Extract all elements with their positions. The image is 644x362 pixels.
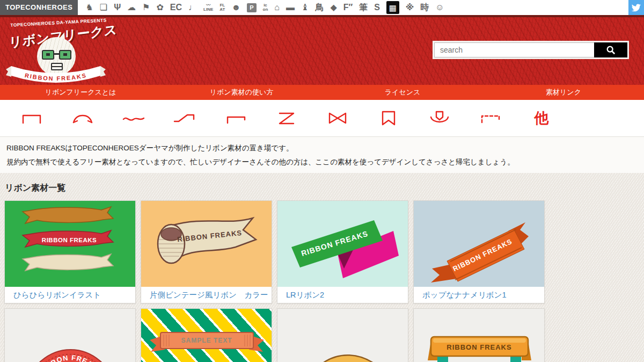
flat-icon[interactable]: FLAT (219, 3, 225, 12)
curve-badge-ribbon-icon[interactable] (427, 107, 452, 129)
card-thumbnail[interactable]: RIBBON FREAKS (414, 309, 544, 362)
card-thumbnail[interactable]: RIBBON FREAKS (277, 201, 408, 287)
top-sites-bar: TOPECONHEROES ♞❏Ψ☁⚑✿EC♩〰LINEFLAT☻Picon⌂▬… (0, 0, 644, 15)
intro-section: RIBBON FREAKSはTOPECONHEROESダーヤマが制作したリボン素… (0, 137, 644, 173)
card-thumbnail[interactable]: RIBBON FREAKS (5, 309, 135, 362)
corner-ribbon-icon[interactable] (223, 107, 248, 129)
ribbon-card: RIBBON FREAKS (4, 308, 136, 362)
ribbon-card: RIBBON FREAKS (413, 308, 545, 362)
copy-frames-icon[interactable]: ❏ (100, 3, 107, 12)
ribbon-sample-text: RIBBON FREAKS (447, 343, 511, 351)
intro-line-2: 規約内で無料で使えるフリー素材となっていますので、忙しいデザイナーさんその他の方… (6, 155, 638, 169)
ec-icon[interactable]: EC (170, 3, 182, 12)
search-box (433, 41, 629, 59)
smiley-icon[interactable]: ☻ (231, 3, 240, 12)
nav-item-2[interactable]: ライセンス (322, 85, 483, 100)
ribbon-card: RIBBON FREAKS LRリボン2 (277, 200, 408, 303)
time-kanji-icon[interactable]: 時 (420, 3, 429, 12)
card-title-link[interactable]: LRリボン2 (277, 287, 408, 303)
card-title-link[interactable]: ひらひらリボンイラスト (5, 287, 135, 303)
ribbon-card: SAMPLE TEXT (141, 308, 272, 362)
card-thumbnail[interactable]: SAMPLE TEXT (141, 309, 272, 362)
topbar-icons: ♞❏Ψ☁⚑✿EC♩〰LINEFLAT☻Picon⌂▬♝鳥◆F″筆S▦※時☺ (85, 1, 628, 14)
card-thumbnail[interactable]: RIBBON FREAKS (414, 201, 544, 287)
card-title-link[interactable]: ポップなナナメリボン1 (414, 287, 544, 303)
card-thumbnail[interactable]: RIBBON FREAKS (5, 201, 135, 287)
wave-ribbon-icon[interactable] (121, 107, 146, 129)
ribbon-card-grid: RIBBON FREAKS ひらひらリボンイラスト (4, 200, 550, 362)
icon-site-icon[interactable]: icon (263, 3, 268, 12)
s-icon[interactable]: S (374, 3, 380, 12)
ribbon-list-section: リボン素材一覧 RIBBON FREAKS (0, 173, 644, 362)
ribbon-sample-text: SAMPLE TEXT (181, 337, 232, 344)
brush-kanji-icon[interactable]: 筆 (359, 3, 368, 12)
bird-kanji-icon[interactable]: 鳥 (315, 3, 324, 12)
bowtie-ribbon-icon[interactable] (325, 107, 350, 129)
buildings-icon[interactable]: ⌂ (274, 3, 280, 12)
ribbon-list-heading: リボン素材一覧 (0, 173, 644, 200)
arch-ribbon-icon[interactable] (70, 107, 95, 129)
card-title-link[interactable]: 片側ビンテージ風リボン カラー (141, 287, 272, 303)
sofa-icon[interactable]: ▬ (286, 3, 295, 12)
search-input[interactable] (434, 42, 594, 57)
flag-icon[interactable]: ⚑ (142, 3, 150, 12)
intro-line-1: RIBBON FREAKSはTOPECONHEROESダーヤマが制作したリボン素… (6, 141, 638, 155)
topecon-heroes-badge[interactable]: TOPECONHEROES (0, 0, 78, 15)
ribbon-sample-text: RIBBON FREAKS (42, 237, 97, 243)
search-icon (606, 45, 616, 55)
music-note-icon[interactable]: ♩ (188, 3, 197, 12)
page: TOPECONHEROES ♞❏Ψ☁⚑✿EC♩〰LINEFLAT☻Picon⌂▬… (0, 0, 644, 362)
card-thumbnail[interactable]: RIBBON FREAKS (277, 309, 408, 362)
logo-ribbon-banner: RIBBON FREAKS (6, 62, 106, 88)
nav-item-1[interactable]: リボン素材の使い方 (161, 85, 322, 100)
search-button[interactable] (594, 42, 627, 57)
gem-icon[interactable]: ◆ (330, 3, 336, 12)
flat-ribbon-icon[interactable] (19, 107, 44, 129)
p-badge-icon[interactable]: P (247, 3, 256, 12)
boar-icon[interactable]: ♞ (85, 3, 93, 12)
ribbon-card: RIBBON FREAKS ポップなナナメリボン1 (413, 200, 545, 303)
other-ribbons-link[interactable]: 他 (529, 107, 554, 129)
z-fold-ribbon-icon[interactable] (274, 107, 299, 129)
speech-bubble-icon[interactable]: ☁ (127, 3, 136, 12)
slant-wave-ribbon-icon[interactable] (172, 107, 197, 129)
line-icon[interactable]: 〰LINE (203, 3, 213, 12)
bookmark-ribbon-icon[interactable] (376, 107, 401, 129)
grid-icon[interactable]: ▦ (386, 1, 399, 14)
ribbon-freaks-logo[interactable]: TOPECONHEROES DA-YAMA PRESENTS リボンフリークス … (8, 20, 112, 84)
other-label: 他 (535, 108, 549, 128)
nav-item-3[interactable]: 素材リンク (483, 85, 644, 100)
person-icon[interactable]: Ψ (114, 3, 121, 12)
ribbon-card: RIBBON FREAKS ひらひらリボンイラスト (4, 200, 136, 303)
flower-icon[interactable]: ✿ (156, 3, 163, 12)
ribbon-card: RIBBON FREAKS 片側ビンテージ風リボン カラー (141, 200, 272, 303)
ribbon-category-strip: 他 (0, 100, 644, 137)
sparkle-icon[interactable]: ※ (406, 3, 414, 12)
dashed-corner-ribbon-icon[interactable] (478, 107, 503, 129)
cart-icon[interactable]: ♝ (301, 3, 309, 12)
card-thumbnail[interactable]: RIBBON FREAKS (141, 201, 272, 287)
twitter-icon[interactable] (628, 0, 644, 15)
f-quote-icon[interactable]: F″ (343, 3, 353, 12)
ribbon-card: RIBBON FREAKS (277, 308, 408, 362)
face-icon[interactable]: ☺ (435, 3, 444, 12)
site-header: TOPECONHEROES DA-YAMA PRESENTS リボンフリークス … (0, 17, 644, 85)
